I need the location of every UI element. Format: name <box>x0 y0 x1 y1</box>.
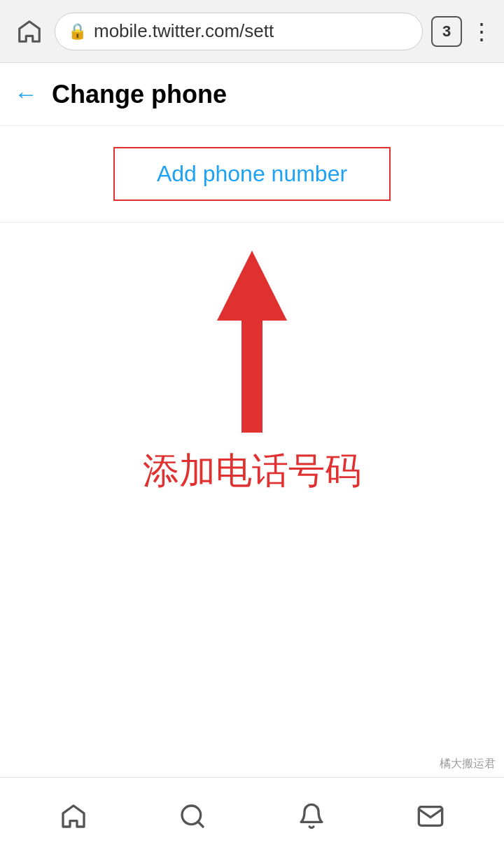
nav-home[interactable] <box>46 788 102 844</box>
nav-search[interactable] <box>164 788 220 844</box>
page-header: ← Change phone <box>0 63 504 126</box>
bell-icon <box>298 802 326 830</box>
annotation-text: 添加电话号码 <box>143 447 361 496</box>
more-menu-button[interactable]: ⋮ <box>470 18 491 45</box>
content-area: Add phone number 添加电话号码 <box>0 126 504 510</box>
search-icon <box>178 802 206 830</box>
lock-icon: 🔒 <box>68 22 87 41</box>
svg-marker-0 <box>217 251 287 433</box>
add-phone-section: Add phone number <box>0 126 504 223</box>
add-phone-button[interactable]: Add phone number <box>113 147 391 201</box>
annotation-area: 添加电话号码 <box>0 223 504 510</box>
svg-line-2 <box>198 821 203 826</box>
browser-home-button[interactable] <box>13 15 46 48</box>
annotation-arrow <box>210 244 294 440</box>
watermark-text: 橘大搬运君 <box>440 757 496 771</box>
bottom-nav <box>0 777 504 854</box>
tab-count-badge[interactable]: 3 <box>431 16 462 47</box>
watermark: 橘大搬运君 <box>440 757 496 771</box>
browser-bar: 🔒 mobile.twitter.com/sett 3 ⋮ <box>0 0 504 63</box>
back-button[interactable]: ← <box>14 80 38 108</box>
page-title: Change phone <box>52 80 227 109</box>
url-text: mobile.twitter.com/sett <box>94 20 274 42</box>
nav-notifications[interactable] <box>284 788 340 844</box>
nav-mail[interactable] <box>402 788 458 844</box>
mail-icon <box>416 802 444 830</box>
address-bar[interactable]: 🔒 mobile.twitter.com/sett <box>55 13 423 50</box>
home-icon <box>59 802 88 830</box>
